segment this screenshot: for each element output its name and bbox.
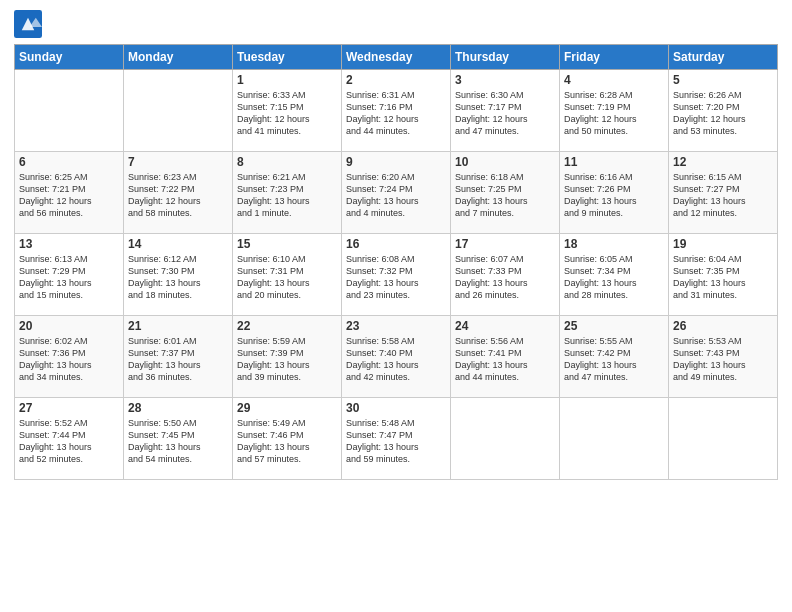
day-cell: 2Sunrise: 6:31 AM Sunset: 7:16 PM Daylig… (342, 70, 451, 152)
header (14, 10, 778, 38)
day-cell: 24Sunrise: 5:56 AM Sunset: 7:41 PM Dayli… (451, 316, 560, 398)
day-cell: 23Sunrise: 5:58 AM Sunset: 7:40 PM Dayli… (342, 316, 451, 398)
day-cell: 12Sunrise: 6:15 AM Sunset: 7:27 PM Dayli… (669, 152, 778, 234)
day-cell: 18Sunrise: 6:05 AM Sunset: 7:34 PM Dayli… (560, 234, 669, 316)
day-cell: 5Sunrise: 6:26 AM Sunset: 7:20 PM Daylig… (669, 70, 778, 152)
day-cell: 17Sunrise: 6:07 AM Sunset: 7:33 PM Dayli… (451, 234, 560, 316)
day-number: 16 (346, 237, 446, 251)
day-info: Sunrise: 6:15 AM Sunset: 7:27 PM Dayligh… (673, 171, 773, 220)
logo (14, 10, 44, 38)
day-header-friday: Friday (560, 45, 669, 70)
day-info: Sunrise: 5:52 AM Sunset: 7:44 PM Dayligh… (19, 417, 119, 466)
day-number: 18 (564, 237, 664, 251)
day-info: Sunrise: 6:31 AM Sunset: 7:16 PM Dayligh… (346, 89, 446, 138)
day-number: 21 (128, 319, 228, 333)
day-cell: 19Sunrise: 6:04 AM Sunset: 7:35 PM Dayli… (669, 234, 778, 316)
day-cell: 1Sunrise: 6:33 AM Sunset: 7:15 PM Daylig… (233, 70, 342, 152)
day-header-saturday: Saturday (669, 45, 778, 70)
day-info: Sunrise: 5:48 AM Sunset: 7:47 PM Dayligh… (346, 417, 446, 466)
day-number: 14 (128, 237, 228, 251)
day-cell: 10Sunrise: 6:18 AM Sunset: 7:25 PM Dayli… (451, 152, 560, 234)
day-info: Sunrise: 5:58 AM Sunset: 7:40 PM Dayligh… (346, 335, 446, 384)
day-cell: 9Sunrise: 6:20 AM Sunset: 7:24 PM Daylig… (342, 152, 451, 234)
day-info: Sunrise: 6:28 AM Sunset: 7:19 PM Dayligh… (564, 89, 664, 138)
day-info: Sunrise: 5:55 AM Sunset: 7:42 PM Dayligh… (564, 335, 664, 384)
day-cell: 15Sunrise: 6:10 AM Sunset: 7:31 PM Dayli… (233, 234, 342, 316)
day-cell (124, 70, 233, 152)
day-info: Sunrise: 6:20 AM Sunset: 7:24 PM Dayligh… (346, 171, 446, 220)
day-info: Sunrise: 6:10 AM Sunset: 7:31 PM Dayligh… (237, 253, 337, 302)
day-number: 15 (237, 237, 337, 251)
day-info: Sunrise: 6:16 AM Sunset: 7:26 PM Dayligh… (564, 171, 664, 220)
day-cell: 21Sunrise: 6:01 AM Sunset: 7:37 PM Dayli… (124, 316, 233, 398)
day-number: 1 (237, 73, 337, 87)
day-number: 17 (455, 237, 555, 251)
day-info: Sunrise: 6:08 AM Sunset: 7:32 PM Dayligh… (346, 253, 446, 302)
day-number: 9 (346, 155, 446, 169)
day-info: Sunrise: 5:50 AM Sunset: 7:45 PM Dayligh… (128, 417, 228, 466)
day-number: 20 (19, 319, 119, 333)
day-info: Sunrise: 6:18 AM Sunset: 7:25 PM Dayligh… (455, 171, 555, 220)
day-number: 4 (564, 73, 664, 87)
day-cell: 27Sunrise: 5:52 AM Sunset: 7:44 PM Dayli… (15, 398, 124, 480)
week-row-1: 1Sunrise: 6:33 AM Sunset: 7:15 PM Daylig… (15, 70, 778, 152)
day-cell: 25Sunrise: 5:55 AM Sunset: 7:42 PM Dayli… (560, 316, 669, 398)
day-cell (451, 398, 560, 480)
day-cell: 8Sunrise: 6:21 AM Sunset: 7:23 PM Daylig… (233, 152, 342, 234)
day-header-sunday: Sunday (15, 45, 124, 70)
day-info: Sunrise: 6:12 AM Sunset: 7:30 PM Dayligh… (128, 253, 228, 302)
day-cell (669, 398, 778, 480)
day-number: 7 (128, 155, 228, 169)
day-cell: 28Sunrise: 5:50 AM Sunset: 7:45 PM Dayli… (124, 398, 233, 480)
day-number: 28 (128, 401, 228, 415)
day-number: 29 (237, 401, 337, 415)
day-number: 26 (673, 319, 773, 333)
day-cell (560, 398, 669, 480)
day-header-monday: Monday (124, 45, 233, 70)
day-number: 2 (346, 73, 446, 87)
day-cell (15, 70, 124, 152)
day-number: 27 (19, 401, 119, 415)
day-cell: 20Sunrise: 6:02 AM Sunset: 7:36 PM Dayli… (15, 316, 124, 398)
day-cell: 26Sunrise: 5:53 AM Sunset: 7:43 PM Dayli… (669, 316, 778, 398)
day-number: 13 (19, 237, 119, 251)
calendar-table: SundayMondayTuesdayWednesdayThursdayFrid… (14, 44, 778, 480)
day-header-wednesday: Wednesday (342, 45, 451, 70)
day-info: Sunrise: 6:02 AM Sunset: 7:36 PM Dayligh… (19, 335, 119, 384)
day-number: 10 (455, 155, 555, 169)
day-info: Sunrise: 5:53 AM Sunset: 7:43 PM Dayligh… (673, 335, 773, 384)
day-cell: 3Sunrise: 6:30 AM Sunset: 7:17 PM Daylig… (451, 70, 560, 152)
day-info: Sunrise: 6:30 AM Sunset: 7:17 PM Dayligh… (455, 89, 555, 138)
day-number: 19 (673, 237, 773, 251)
day-info: Sunrise: 6:13 AM Sunset: 7:29 PM Dayligh… (19, 253, 119, 302)
day-info: Sunrise: 5:59 AM Sunset: 7:39 PM Dayligh… (237, 335, 337, 384)
day-number: 3 (455, 73, 555, 87)
day-cell: 30Sunrise: 5:48 AM Sunset: 7:47 PM Dayli… (342, 398, 451, 480)
day-cell: 29Sunrise: 5:49 AM Sunset: 7:46 PM Dayli… (233, 398, 342, 480)
day-info: Sunrise: 6:05 AM Sunset: 7:34 PM Dayligh… (564, 253, 664, 302)
day-cell: 6Sunrise: 6:25 AM Sunset: 7:21 PM Daylig… (15, 152, 124, 234)
day-number: 5 (673, 73, 773, 87)
week-row-5: 27Sunrise: 5:52 AM Sunset: 7:44 PM Dayli… (15, 398, 778, 480)
day-cell: 4Sunrise: 6:28 AM Sunset: 7:19 PM Daylig… (560, 70, 669, 152)
week-row-4: 20Sunrise: 6:02 AM Sunset: 7:36 PM Dayli… (15, 316, 778, 398)
day-info: Sunrise: 6:33 AM Sunset: 7:15 PM Dayligh… (237, 89, 337, 138)
week-row-2: 6Sunrise: 6:25 AM Sunset: 7:21 PM Daylig… (15, 152, 778, 234)
day-number: 22 (237, 319, 337, 333)
day-info: Sunrise: 6:23 AM Sunset: 7:22 PM Dayligh… (128, 171, 228, 220)
day-header-thursday: Thursday (451, 45, 560, 70)
day-header-tuesday: Tuesday (233, 45, 342, 70)
day-info: Sunrise: 6:07 AM Sunset: 7:33 PM Dayligh… (455, 253, 555, 302)
day-info: Sunrise: 5:56 AM Sunset: 7:41 PM Dayligh… (455, 335, 555, 384)
day-info: Sunrise: 6:25 AM Sunset: 7:21 PM Dayligh… (19, 171, 119, 220)
day-number: 25 (564, 319, 664, 333)
day-info: Sunrise: 6:26 AM Sunset: 7:20 PM Dayligh… (673, 89, 773, 138)
day-number: 23 (346, 319, 446, 333)
day-cell: 13Sunrise: 6:13 AM Sunset: 7:29 PM Dayli… (15, 234, 124, 316)
day-header-row: SundayMondayTuesdayWednesdayThursdayFrid… (15, 45, 778, 70)
day-cell: 22Sunrise: 5:59 AM Sunset: 7:39 PM Dayli… (233, 316, 342, 398)
day-info: Sunrise: 5:49 AM Sunset: 7:46 PM Dayligh… (237, 417, 337, 466)
logo-icon (14, 10, 42, 38)
day-info: Sunrise: 6:01 AM Sunset: 7:37 PM Dayligh… (128, 335, 228, 384)
day-cell: 11Sunrise: 6:16 AM Sunset: 7:26 PM Dayli… (560, 152, 669, 234)
